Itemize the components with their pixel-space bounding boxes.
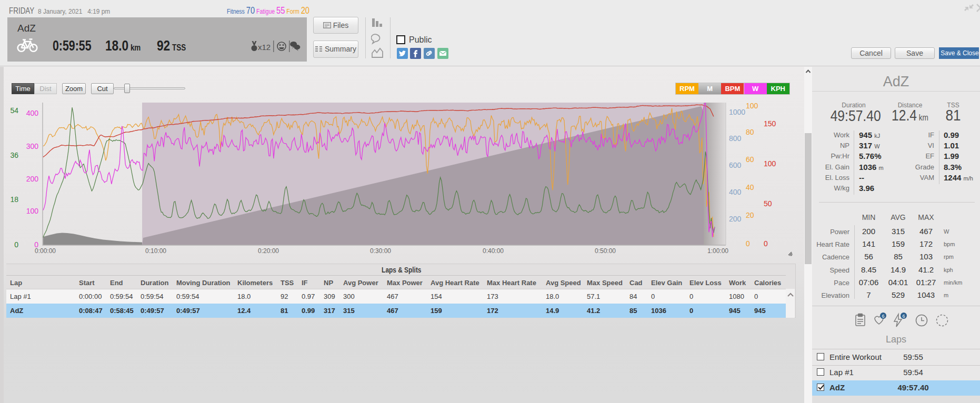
svg-text:50: 50 bbox=[764, 199, 772, 208]
svg-text:1000: 1000 bbox=[729, 108, 745, 116]
svg-text:300: 300 bbox=[26, 142, 39, 150]
svg-text:600: 600 bbox=[729, 161, 742, 169]
svg-text:20: 20 bbox=[746, 211, 754, 219]
svg-text:200: 200 bbox=[729, 215, 742, 223]
svg-text:6: 6 bbox=[882, 314, 884, 319]
svg-text:x12: x12 bbox=[258, 43, 271, 52]
svg-text:0: 0 bbox=[746, 239, 750, 248]
svg-text:400: 400 bbox=[729, 188, 742, 196]
svg-text:100: 100 bbox=[746, 102, 758, 110]
svg-text:80: 80 bbox=[746, 128, 754, 136]
svg-text:0: 0 bbox=[764, 239, 768, 248]
svg-text:100: 100 bbox=[764, 159, 776, 168]
svg-text:1:00:00: 1:00:00 bbox=[707, 247, 728, 255]
svg-text:60: 60 bbox=[746, 155, 754, 164]
svg-text:0:30:00: 0:30:00 bbox=[370, 247, 391, 255]
svg-text:0:00:00: 0:00:00 bbox=[35, 247, 56, 255]
svg-text:100: 100 bbox=[26, 207, 39, 215]
svg-text:200: 200 bbox=[26, 175, 39, 183]
svg-text:800: 800 bbox=[729, 134, 742, 143]
svg-text:0:20:00: 0:20:00 bbox=[258, 247, 279, 255]
svg-text:150: 150 bbox=[764, 119, 776, 128]
svg-text:18: 18 bbox=[10, 195, 18, 204]
svg-text:0:40:00: 0:40:00 bbox=[483, 247, 504, 255]
svg-text:40: 40 bbox=[746, 183, 754, 192]
svg-text:6: 6 bbox=[902, 314, 905, 319]
svg-text:0:10:00: 0:10:00 bbox=[145, 247, 166, 255]
svg-text:0:50:00: 0:50:00 bbox=[595, 247, 616, 255]
svg-text:54: 54 bbox=[10, 106, 18, 115]
svg-text:0: 0 bbox=[14, 240, 18, 249]
svg-text:36: 36 bbox=[10, 151, 18, 159]
svg-text:400: 400 bbox=[26, 109, 39, 117]
